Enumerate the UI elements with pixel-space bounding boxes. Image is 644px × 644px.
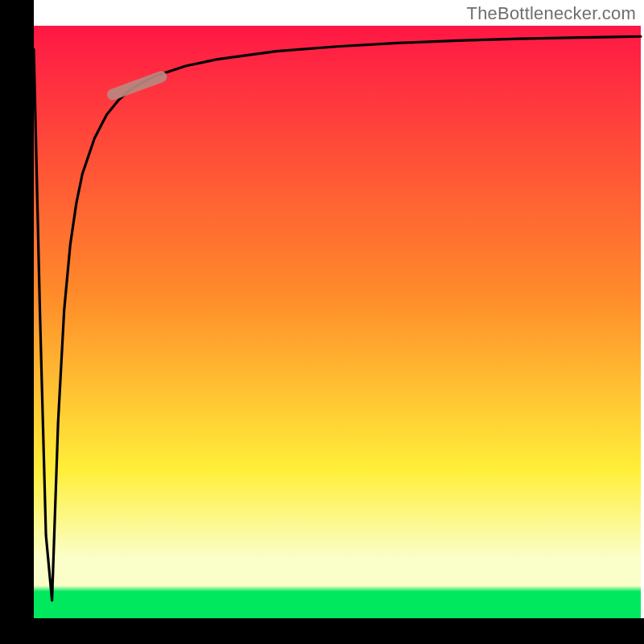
x-axis-band (0, 618, 644, 644)
plot-area (34, 26, 641, 618)
bottleneck-chart (0, 0, 644, 644)
y-axis-band (0, 0, 34, 644)
watermark-label: TheBottlenecker.com (467, 3, 636, 24)
chart-container: TheBottlenecker.com (0, 0, 644, 644)
